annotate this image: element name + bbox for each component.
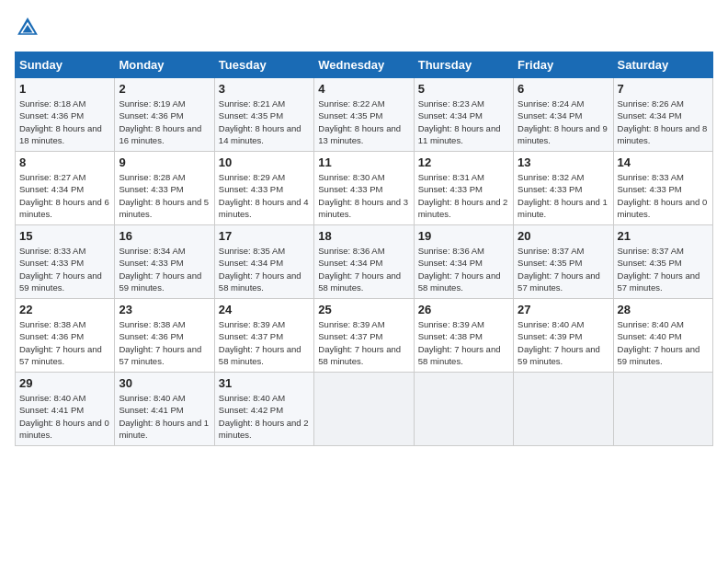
day-info: Sunrise: 8:40 AMSunset: 4:40 PMDaylight:… <box>618 319 700 366</box>
day-number: 16 <box>119 229 210 243</box>
day-number: 19 <box>418 229 509 243</box>
calendar-day: 27 Sunrise: 8:40 AMSunset: 4:39 PMDaylig… <box>514 299 613 373</box>
day-info: Sunrise: 8:35 AMSunset: 4:34 PMDaylight:… <box>219 246 301 293</box>
calendar-day: 30 Sunrise: 8:40 AMSunset: 4:41 PMDaylig… <box>115 373 214 446</box>
calendar-day: 26 Sunrise: 8:39 AMSunset: 4:38 PMDaylig… <box>414 299 513 373</box>
day-number: 8 <box>19 155 110 169</box>
day-info: Sunrise: 8:39 AMSunset: 4:37 PMDaylight:… <box>318 319 401 366</box>
day-number: 7 <box>618 82 709 96</box>
calendar-table: SundayMondayTuesdayWednesdayThursdayFrid… <box>15 52 713 446</box>
calendar-day: 21 Sunrise: 8:37 AMSunset: 4:35 PMDaylig… <box>613 225 712 299</box>
day-number: 6 <box>518 82 609 96</box>
day-number: 14 <box>618 155 709 169</box>
day-info: Sunrise: 8:31 AMSunset: 4:33 PMDaylight:… <box>418 172 508 219</box>
calendar-day: 20 Sunrise: 8:37 AMSunset: 4:35 PMDaylig… <box>514 225 613 299</box>
day-number: 15 <box>19 229 110 243</box>
calendar-day: 16 Sunrise: 8:34 AMSunset: 4:33 PMDaylig… <box>115 225 214 299</box>
day-number: 13 <box>518 155 609 169</box>
calendar-header-row: SundayMondayTuesdayWednesdayThursdayFrid… <box>16 52 713 78</box>
calendar-day: 10 Sunrise: 8:29 AMSunset: 4:33 PMDaylig… <box>214 152 313 225</box>
day-info: Sunrise: 8:30 AMSunset: 4:33 PMDaylight:… <box>318 172 408 219</box>
calendar-day: 2 Sunrise: 8:19 AMSunset: 4:36 PMDayligh… <box>115 78 214 152</box>
day-info: Sunrise: 8:33 AMSunset: 4:33 PMDaylight:… <box>618 172 708 219</box>
day-info: Sunrise: 8:28 AMSunset: 4:33 PMDaylight:… <box>119 172 209 219</box>
calendar-day <box>414 373 513 446</box>
calendar-day: 28 Sunrise: 8:40 AMSunset: 4:40 PMDaylig… <box>613 299 712 373</box>
calendar-day: 6 Sunrise: 8:24 AMSunset: 4:34 PMDayligh… <box>514 78 613 152</box>
calendar-day: 1 Sunrise: 8:18 AMSunset: 4:36 PMDayligh… <box>16 78 115 152</box>
day-number: 17 <box>219 229 310 243</box>
day-number: 12 <box>418 155 509 169</box>
day-info: Sunrise: 8:37 AMSunset: 4:35 PMDaylight:… <box>518 246 600 293</box>
day-number: 25 <box>318 303 409 316</box>
calendar-day: 31 Sunrise: 8:40 AMSunset: 4:42 PMDaylig… <box>214 373 313 446</box>
calendar-day <box>514 373 613 446</box>
day-number: 2 <box>119 82 210 96</box>
calendar-day: 29 Sunrise: 8:40 AMSunset: 4:41 PMDaylig… <box>16 373 115 446</box>
day-number: 29 <box>19 376 110 390</box>
calendar-week-5: 29 Sunrise: 8:40 AMSunset: 4:41 PMDaylig… <box>16 373 713 446</box>
day-number: 22 <box>19 303 110 316</box>
calendar-week-1: 1 Sunrise: 8:18 AMSunset: 4:36 PMDayligh… <box>16 78 713 152</box>
logo-icon <box>15 15 40 40</box>
calendar-day: 5 Sunrise: 8:23 AMSunset: 4:34 PMDayligh… <box>414 78 513 152</box>
calendar-day: 25 Sunrise: 8:39 AMSunset: 4:37 PMDaylig… <box>314 299 414 373</box>
day-info: Sunrise: 8:18 AMSunset: 4:36 PMDaylight:… <box>19 98 102 145</box>
day-info: Sunrise: 8:24 AMSunset: 4:34 PMDaylight:… <box>518 98 608 145</box>
day-info: Sunrise: 8:32 AMSunset: 4:33 PMDaylight:… <box>518 172 608 219</box>
calendar-day <box>314 373 414 446</box>
day-info: Sunrise: 8:40 AMSunset: 4:42 PMDaylight:… <box>219 393 309 440</box>
day-number: 9 <box>119 155 210 169</box>
header-wednesday: Wednesday <box>314 52 414 78</box>
day-info: Sunrise: 8:36 AMSunset: 4:34 PMDaylight:… <box>318 246 401 293</box>
day-info: Sunrise: 8:21 AMSunset: 4:35 PMDaylight:… <box>219 98 301 145</box>
calendar-week-4: 22 Sunrise: 8:38 AMSunset: 4:36 PMDaylig… <box>16 299 713 373</box>
day-number: 30 <box>119 376 210 390</box>
header-monday: Monday <box>115 52 214 78</box>
day-info: Sunrise: 8:22 AMSunset: 4:35 PMDaylight:… <box>318 98 401 145</box>
day-number: 23 <box>119 303 210 316</box>
day-number: 21 <box>618 229 709 243</box>
logo <box>15 15 44 40</box>
calendar-week-2: 8 Sunrise: 8:27 AMSunset: 4:34 PMDayligh… <box>16 152 713 225</box>
day-info: Sunrise: 8:27 AMSunset: 4:34 PMDaylight:… <box>19 172 109 219</box>
header-thursday: Thursday <box>414 52 513 78</box>
calendar-day: 23 Sunrise: 8:38 AMSunset: 4:36 PMDaylig… <box>115 299 214 373</box>
header-friday: Friday <box>514 52 613 78</box>
day-number: 5 <box>418 82 509 96</box>
day-info: Sunrise: 8:23 AMSunset: 4:34 PMDaylight:… <box>418 98 501 145</box>
calendar-day: 22 Sunrise: 8:38 AMSunset: 4:36 PMDaylig… <box>16 299 115 373</box>
calendar-day: 24 Sunrise: 8:39 AMSunset: 4:37 PMDaylig… <box>214 299 313 373</box>
calendar-day: 19 Sunrise: 8:36 AMSunset: 4:34 PMDaylig… <box>414 225 513 299</box>
day-number: 18 <box>318 229 409 243</box>
day-info: Sunrise: 8:40 AMSunset: 4:41 PMDaylight:… <box>19 393 109 440</box>
header-saturday: Saturday <box>613 52 712 78</box>
day-info: Sunrise: 8:26 AMSunset: 4:34 PMDaylight:… <box>618 98 708 145</box>
day-info: Sunrise: 8:34 AMSunset: 4:33 PMDaylight:… <box>119 246 201 293</box>
day-number: 11 <box>318 155 409 169</box>
calendar-day: 8 Sunrise: 8:27 AMSunset: 4:34 PMDayligh… <box>16 152 115 225</box>
calendar-day <box>613 373 712 446</box>
day-number: 28 <box>618 303 709 316</box>
day-number: 26 <box>418 303 509 316</box>
day-number: 4 <box>318 82 409 96</box>
calendar-day: 17 Sunrise: 8:35 AMSunset: 4:34 PMDaylig… <box>214 225 313 299</box>
calendar-day: 7 Sunrise: 8:26 AMSunset: 4:34 PMDayligh… <box>613 78 712 152</box>
calendar-day: 11 Sunrise: 8:30 AMSunset: 4:33 PMDaylig… <box>314 152 414 225</box>
day-info: Sunrise: 8:40 AMSunset: 4:39 PMDaylight:… <box>518 319 600 366</box>
calendar-day: 15 Sunrise: 8:33 AMSunset: 4:33 PMDaylig… <box>16 225 115 299</box>
day-info: Sunrise: 8:36 AMSunset: 4:34 PMDaylight:… <box>418 246 501 293</box>
header-tuesday: Tuesday <box>214 52 313 78</box>
day-number: 20 <box>518 229 609 243</box>
day-info: Sunrise: 8:33 AMSunset: 4:33 PMDaylight:… <box>19 246 102 293</box>
day-number: 31 <box>219 376 310 390</box>
day-number: 27 <box>518 303 609 316</box>
calendar-day: 18 Sunrise: 8:36 AMSunset: 4:34 PMDaylig… <box>314 225 414 299</box>
day-number: 24 <box>219 303 310 316</box>
day-info: Sunrise: 8:40 AMSunset: 4:41 PMDaylight:… <box>119 393 209 440</box>
day-info: Sunrise: 8:39 AMSunset: 4:38 PMDaylight:… <box>418 319 501 366</box>
day-info: Sunrise: 8:38 AMSunset: 4:36 PMDaylight:… <box>119 319 201 366</box>
calendar-day: 4 Sunrise: 8:22 AMSunset: 4:35 PMDayligh… <box>314 78 414 152</box>
day-info: Sunrise: 8:19 AMSunset: 4:36 PMDaylight:… <box>119 98 201 145</box>
day-info: Sunrise: 8:39 AMSunset: 4:37 PMDaylight:… <box>219 319 301 366</box>
